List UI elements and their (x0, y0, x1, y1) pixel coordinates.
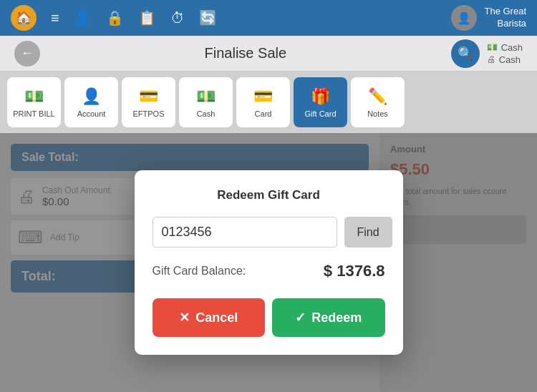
nav-reports-icon[interactable]: 📋 (138, 9, 156, 26)
redeem-label: Redeem (311, 310, 362, 325)
page-header: ← Finalise Sale 🔍 💵 Cash 🖨 Cash (0, 36, 537, 72)
nav-sync-icon[interactable]: 🔄 (199, 9, 217, 26)
nav-right: 👤 The Great Barista (451, 5, 526, 31)
tab-eftpos-label: EFTPOS (132, 109, 164, 118)
nav-users-icon[interactable]: 👤 (74, 9, 92, 26)
page-title: Finalise Sale (205, 45, 287, 62)
tab-cash-label: Cash (197, 109, 216, 118)
cancel-icon: ✕ (179, 310, 190, 325)
nav-menu-icon[interactable]: ≡ (51, 10, 59, 26)
balance-label: Gift Card Balance: (153, 265, 246, 278)
tab-card-label: Card (255, 109, 272, 118)
tab-account[interactable]: 👤 Account (64, 77, 118, 127)
balance-value: $ 1376.8 (324, 262, 385, 280)
gift-card-number-input[interactable] (153, 217, 337, 248)
cash-row-1: 💵 Cash (487, 42, 523, 53)
notes-icon: ✏️ (368, 87, 387, 106)
header-right: 🔍 💵 Cash 🖨 Cash (451, 39, 523, 68)
modal-overlay: Redeem Gift Card Find Gift Card Balance:… (0, 133, 537, 392)
back-button[interactable]: ← (14, 41, 40, 67)
tab-account-label: Account (77, 109, 106, 118)
tab-gift-card[interactable]: 🎁 Gift Card (294, 77, 347, 127)
gift-card-icon: 🎁 (311, 87, 330, 106)
cash-icon-1: 💵 (487, 42, 498, 52)
modal-title: Redeem Gift Card (153, 188, 385, 202)
cash-tab-icon: 💵 (196, 87, 216, 106)
nav-clock-icon[interactable]: ⏱ (170, 10, 185, 26)
main-content: Sale Total: 🖨 Cash Out Amount: $0.00 ⌨ A… (0, 133, 537, 392)
cash-info: 💵 Cash 🖨 Cash (487, 42, 523, 65)
redeem-button[interactable]: ✓ Redeem (272, 298, 385, 337)
account-icon: 👤 (82, 87, 101, 106)
eftpos-icon: 💳 (139, 87, 158, 106)
tab-eftpos[interactable]: 💳 EFTPOS (122, 77, 175, 127)
cash-row-2: 🖨 Cash (487, 54, 523, 65)
top-nav: 🏠 ≡ 👤 🔒 📋 ⏱ 🔄 👤 The Great Barista (0, 0, 537, 36)
tab-print-bill-label: PRINT BILL (13, 109, 55, 118)
redeem-gift-card-modal: Redeem Gift Card Find Gift Card Balance:… (135, 170, 403, 355)
tab-cash[interactable]: 💵 Cash (179, 77, 233, 127)
payment-tabs: 💵 PRINT BILL 👤 Account 💳 EFTPOS 💵 Cash 💳… (0, 72, 537, 133)
find-button[interactable]: Find (344, 217, 392, 248)
cancel-button[interactable]: ✕ Cancel (153, 298, 266, 337)
tab-notes[interactable]: ✏️ Notes (351, 77, 405, 127)
nav-left: 🏠 ≡ 👤 🔒 📋 ⏱ 🔄 (11, 5, 217, 31)
avatar: 👤 (451, 5, 477, 31)
cash-label-1: Cash (501, 42, 523, 53)
cash-label-2: Cash (499, 54, 521, 65)
print-bill-icon: 💵 (24, 87, 44, 106)
modal-actions: ✕ Cancel ✓ Redeem (153, 298, 385, 337)
card-icon: 💳 (253, 87, 273, 106)
customer-search-icon[interactable]: 🔍 (451, 39, 480, 68)
redeem-icon: ✓ (295, 310, 306, 325)
tab-print-bill[interactable]: 💵 PRINT BILL (7, 77, 61, 127)
app-logo[interactable]: 🏠 (11, 5, 37, 31)
tab-gift-card-label: Gift Card (304, 109, 336, 118)
tab-notes-label: Notes (367, 109, 388, 118)
cancel-label: Cancel (195, 310, 238, 325)
balance-row: Gift Card Balance: $ 1376.8 (153, 262, 385, 280)
tab-card[interactable]: 💳 Card (236, 77, 290, 127)
nav-lock-icon[interactable]: 🔒 (106, 9, 124, 26)
cash-icon-2: 🖨 (487, 54, 495, 64)
user-name: The Great Barista (484, 6, 526, 30)
gift-card-input-row: Find (153, 217, 385, 248)
